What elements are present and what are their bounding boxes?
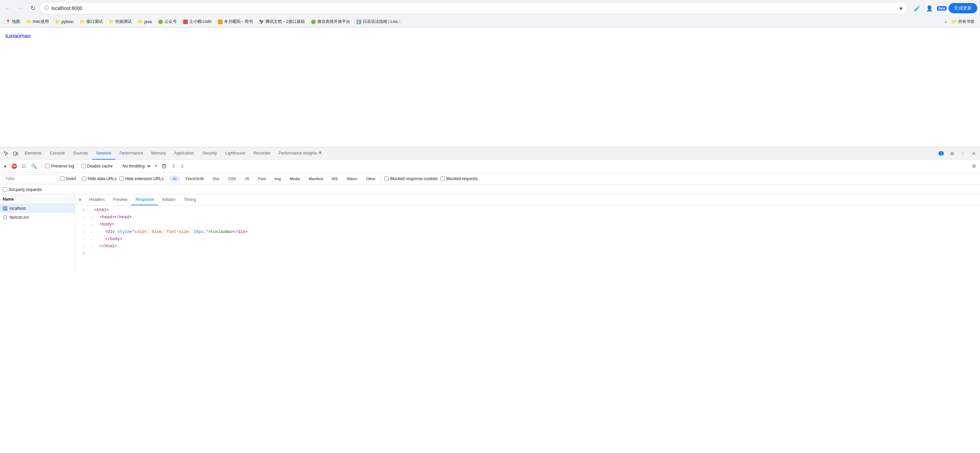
- info-icon: ℹ️: [356, 19, 361, 24]
- file-item-localhost[interactable]: localhost: [0, 204, 75, 213]
- bookmarks-bar: 📍 地图 📁 mac使用 📁 python 📁 接口测试 📁 性能测试 📁 ja…: [0, 16, 980, 27]
- invert-label[interactable]: Invert: [60, 176, 76, 181]
- bookmark-maps[interactable]: 📍 地图: [3, 18, 23, 25]
- star-icon[interactable]: ★: [899, 5, 903, 11]
- tab-console[interactable]: Console: [46, 147, 69, 160]
- tab-security[interactable]: Security: [198, 147, 221, 160]
- filter-type-font[interactable]: Font: [255, 176, 269, 182]
- profile-button[interactable]: 👤: [924, 3, 935, 14]
- third-party-label[interactable]: 3rd-party requests: [3, 187, 41, 192]
- tab-performance-insights[interactable]: Performance insights ⚗: [274, 147, 326, 160]
- tab-timing[interactable]: Timing: [180, 194, 200, 205]
- third-party-checkbox[interactable]: [3, 187, 7, 192]
- bookmark-all-bookmarks[interactable]: 📁 所有书签: [949, 18, 977, 25]
- extensions-button[interactable]: 🧪: [912, 3, 923, 14]
- devtools-tab-bar: Elements Console Sources Network Perform…: [0, 147, 980, 160]
- svg-rect-0: [14, 152, 16, 155]
- tab-preview[interactable]: Preview: [109, 194, 132, 205]
- wechat-emoji-icon: 🟢: [311, 19, 316, 24]
- preserve-log-label[interactable]: Preserve log: [45, 164, 74, 168]
- blocked-requests-label[interactable]: Blocked requests: [441, 176, 478, 181]
- devtools-close-button[interactable]: ✕: [969, 149, 978, 158]
- record-stop-button[interactable]: ●: [3, 162, 8, 170]
- tab-recorder[interactable]: Recorder: [250, 147, 274, 160]
- tab-performance[interactable]: Performance: [115, 147, 147, 160]
- reload-button[interactable]: ↻: [27, 3, 38, 14]
- filter-button[interactable]: ☷: [21, 162, 27, 170]
- hide-extension-urls-label[interactable]: Hide extension URLs: [119, 176, 164, 181]
- filter-type-ws[interactable]: WS: [329, 176, 341, 182]
- bookmark-api-test[interactable]: 📁 接口测试: [77, 18, 105, 25]
- network-content: Name localhost favicon.ico: [0, 194, 980, 270]
- doc-icon: [3, 206, 8, 211]
- blocked-response-cookies-checkbox[interactable]: [384, 176, 389, 181]
- filter-type-all[interactable]: All: [169, 176, 180, 182]
- tab-memory[interactable]: Memory: [147, 147, 170, 160]
- devtools-settings-button[interactable]: ⚙: [947, 149, 957, 158]
- back-button[interactable]: ←: [3, 3, 14, 14]
- bookmarks-more-button[interactable]: »: [943, 19, 948, 25]
- disable-cache-label[interactable]: Disable cache: [81, 164, 113, 168]
- bookmark-java[interactable]: 📁 java: [135, 19, 154, 25]
- bookmark-perf-test[interactable]: 📁 性能测试: [106, 18, 134, 25]
- filter-type-doc[interactable]: Doc: [210, 176, 223, 182]
- tab-lighthouse[interactable]: Lighthouse: [221, 147, 250, 160]
- update-button[interactable]: 完成更新: [948, 3, 977, 13]
- filter-type-css[interactable]: CSS: [225, 176, 239, 182]
- filter-type-fetch-xhr[interactable]: Fetch/XHR: [183, 176, 207, 182]
- tab-sources[interactable]: Sources: [69, 147, 92, 160]
- disable-cache-checkbox[interactable]: [81, 164, 86, 168]
- puzzle-button[interactable]: New: [936, 3, 947, 14]
- invert-checkbox[interactable]: [60, 176, 65, 181]
- download-button[interactable]: ⇩: [180, 162, 186, 170]
- filter-type-wasm[interactable]: Wasm: [344, 176, 360, 182]
- clear-button[interactable]: ⛔: [10, 162, 18, 170]
- filter-type-media[interactable]: Media: [286, 176, 303, 182]
- svg-point-3: [164, 167, 164, 167]
- hide-data-urls-label[interactable]: Hide data URLs: [82, 176, 117, 181]
- filter-type-img[interactable]: Img: [272, 176, 284, 182]
- device-toolbar-button[interactable]: [11, 149, 21, 158]
- bookmark-japanese[interactable]: ℹ️ 日语语法指南 | Lea...: [353, 18, 404, 25]
- devtools-more-button[interactable]: ⋮: [958, 149, 968, 158]
- tab-initiator[interactable]: Initiator: [158, 194, 180, 205]
- address-input[interactable]: [51, 5, 896, 11]
- blocked-requests-checkbox[interactable]: [441, 176, 445, 181]
- forward-button[interactable]: →: [15, 3, 26, 14]
- close-response-button[interactable]: ×: [78, 196, 82, 203]
- bookmark-python[interactable]: 📁 python: [52, 19, 76, 25]
- file-name-favicon: favicon.ico: [10, 215, 29, 220]
- tab-headers[interactable]: Headers: [85, 194, 108, 205]
- bookmark-tencent-docs[interactable]: 🦅 腾讯文档－1接口基础: [256, 18, 307, 25]
- tab-network[interactable]: Network: [92, 147, 115, 160]
- filter-type-manifest[interactable]: Manifest: [306, 176, 326, 182]
- online-status-button[interactable]: [161, 162, 168, 170]
- code-line-2: - - <head></head>: [75, 214, 980, 221]
- tab-response[interactable]: Response: [131, 194, 158, 205]
- network-settings-button[interactable]: ⚙: [971, 162, 977, 170]
- filter-divider-3: [381, 176, 382, 181]
- upload-button[interactable]: ⇧: [170, 162, 177, 170]
- search-button[interactable]: 🔍: [30, 162, 38, 170]
- file-item-favicon[interactable]: favicon.ico: [0, 213, 75, 222]
- throttle-select[interactable]: No throttling: [120, 163, 151, 170]
- filter-input[interactable]: [3, 174, 57, 183]
- code-line-3: - - <body>: [75, 221, 980, 228]
- filter-divider-2: [166, 176, 167, 181]
- bookmark-csdn[interactable]: 🟥 土小帽-csdn: [180, 18, 214, 25]
- bookmark-mac[interactable]: 📁 mac使用: [24, 18, 51, 25]
- console-count-button[interactable]: 1: [936, 149, 946, 158]
- tab-elements[interactable]: Elements: [21, 147, 46, 160]
- blocked-response-cookies-label[interactable]: Blocked response cookies: [384, 176, 438, 181]
- preserve-log-checkbox[interactable]: [45, 164, 49, 168]
- hide-data-urls-checkbox[interactable]: [82, 176, 86, 181]
- element-picker-button[interactable]: [2, 149, 11, 158]
- bookmark-wechat-public[interactable]: 🟢 公众号: [155, 18, 180, 25]
- hide-extension-urls-checkbox[interactable]: [119, 176, 124, 181]
- bookmark-jianshu[interactable]: 🟧 冬月暖阳－简书: [215, 18, 256, 25]
- tab-application[interactable]: Application: [170, 147, 198, 160]
- browser-chrome: ← → ↻ ⓘ ★ 🧪 👤 New 完成更新 📍 地图 📁 mac使用 📁: [0, 0, 980, 28]
- filter-type-other[interactable]: Other: [363, 176, 379, 182]
- bookmark-wechat-emoji[interactable]: 🟢 微信表情开放平台: [308, 18, 353, 25]
- filter-type-js[interactable]: JS: [242, 176, 253, 182]
